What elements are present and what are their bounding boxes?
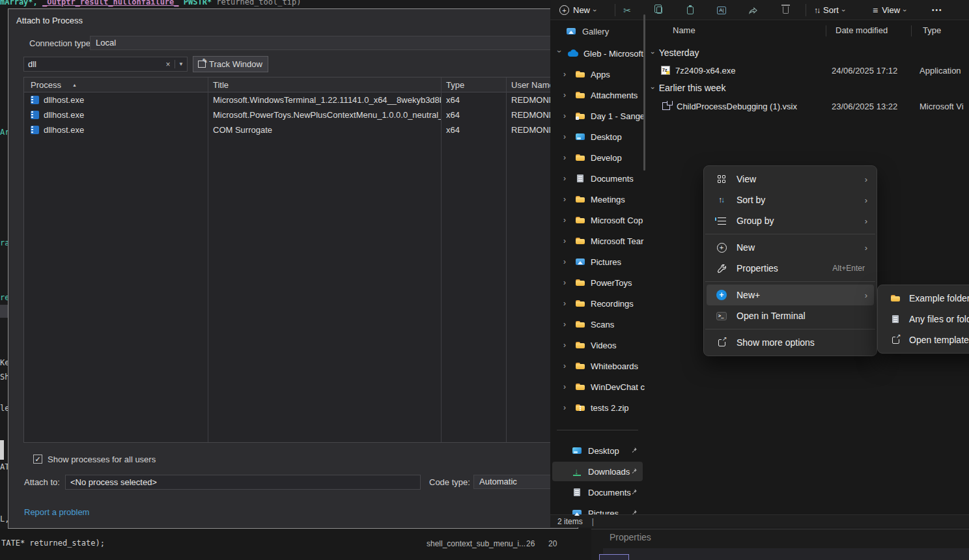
sidebar-item-apps[interactable]: ›Apps [550, 64, 645, 85]
report-a-problem-link[interactable]: Report a problem [24, 507, 89, 517]
column-header-name[interactable]: Name [673, 25, 695, 35]
chevron-right-icon[interactable]: › [563, 382, 570, 391]
sidebar-item-downloads-pinned[interactable]: Downloads [552, 462, 643, 481]
see-more-button[interactable]: ••• [928, 2, 947, 18]
attach-to-field[interactable]: <No process selected> [65, 475, 421, 490]
menu-divider [705, 234, 875, 234]
chevron-right-icon[interactable]: › [563, 174, 570, 183]
submenu-item-any-files[interactable]: Any files or folde [880, 309, 969, 329]
sidebar-item-desktop-pinned[interactable]: Desktop [552, 441, 643, 460]
view-list-icon: ≡ [873, 5, 878, 16]
column-header-date[interactable]: Date modified [836, 25, 888, 35]
sidebar-item-attachments[interactable]: ›Attachments [550, 85, 645, 105]
chevron-right-icon[interactable]: › [563, 91, 570, 100]
chevron-down-icon: › [649, 87, 657, 89]
chevron-down-icon: › [901, 9, 909, 12]
rename-button[interactable]: A| [712, 3, 731, 18]
chevron-right-icon[interactable]: › [563, 299, 570, 308]
group-header-yesterday[interactable]: › Yesterday [652, 46, 699, 60]
chevron-down-icon[interactable]: › [555, 50, 564, 57]
menu-item-view[interactable]: View › [707, 169, 874, 189]
chevron-right-icon[interactable]: › [563, 257, 570, 266]
file-row[interactable]: ChildProcessDebugging (1).vsix 23/06/202… [661, 98, 969, 114]
column-header-type[interactable]: Type [441, 80, 506, 90]
column-divider[interactable] [826, 25, 826, 36]
connection-type-select[interactable]: Local [90, 36, 569, 50]
attach-to-label: Attach to: [24, 477, 60, 487]
process-filter-input[interactable]: dll × ▼ [23, 57, 188, 72]
delete-button[interactable] [776, 3, 795, 18]
submenu-item-open-templates[interactable]: Open templates [880, 329, 969, 350]
column-divider[interactable] [911, 25, 912, 36]
new-button[interactable]: + New › [555, 2, 600, 18]
view-button[interactable]: ≡ View › [869, 2, 910, 18]
menu-item-label: View [737, 174, 865, 184]
sidebar-item-day1[interactable]: ›↗Day 1 - Sangee [550, 105, 645, 126]
chevron-right-icon[interactable]: › [563, 195, 570, 204]
sidebar-item-documents-pinned[interactable]: Documents [552, 483, 643, 502]
table-row[interactable]: dllhost.exe Microsoft.WindowsTerminal_1.… [24, 92, 603, 107]
cut-button[interactable]: ✂ [617, 3, 637, 18]
chevron-right-icon[interactable]: › [563, 153, 570, 162]
copy-button[interactable] [649, 3, 669, 18]
track-window-button[interactable]: Track Window [193, 56, 268, 72]
chevron-right-icon: › [865, 175, 867, 184]
menu-item-new[interactable]: + New › [707, 237, 874, 258]
sort-button[interactable]: ↑↓ Sort › [810, 2, 849, 18]
sidebar-item-recordings[interactable]: ›Recordings [550, 293, 645, 314]
sidebar-item-gallery[interactable]: Gallery [557, 23, 638, 40]
table-row[interactable]: dllhost.exe COM Surrogate x64 REDMOND [24, 122, 603, 137]
trash-icon [783, 7, 789, 14]
show-all-users-checkbox[interactable]: ✓ [33, 455, 42, 464]
sidebar-item-onedrive[interactable]: › Gleb - Microsoft [550, 43, 645, 64]
chevron-right-icon[interactable]: › [563, 341, 570, 350]
open-templates-icon [892, 337, 899, 344]
sidebar-item-microsoft-copilot[interactable]: ›Microsoft Cop [550, 210, 645, 231]
onedrive-cloud-icon [568, 48, 578, 59]
table-row[interactable]: dllhost.exe Microsoft.PowerToys.NewPlusC… [24, 107, 603, 122]
sidebar-item-documents[interactable]: ›Documents [550, 168, 645, 189]
sidebar-item-develop[interactable]: ›Develop [550, 147, 645, 168]
sidebar-item-scans[interactable]: ›Scans [550, 314, 645, 335]
sidebar-item-videos[interactable]: ›Videos [550, 335, 645, 356]
sidebar-scrollbar[interactable] [643, 14, 645, 171]
sidebar-item-meetings[interactable]: ›Meetings [550, 189, 645, 210]
chevron-right-icon[interactable]: › [563, 236, 570, 245]
menu-item-properties[interactable]: Properties Alt+Enter [707, 258, 874, 279]
sidebar-item-powertoys[interactable]: ›PowerToys [550, 272, 645, 293]
properties-window-button[interactable] [599, 554, 629, 560]
menu-item-label: Example folder [909, 293, 969, 303]
sidebar-item-microsoft-teams[interactable]: ›Microsoft Tear [550, 231, 645, 251]
column-header-type[interactable]: Type [923, 25, 941, 35]
chevron-right-icon[interactable]: › [563, 278, 570, 287]
chevron-right-icon[interactable]: › [563, 216, 570, 225]
chevron-right-icon[interactable]: › [563, 320, 570, 329]
chevron-right-icon[interactable]: › [563, 111, 570, 120]
file-row[interactable]: 7z2409-x64.exe 24/06/2025 17:12 Applicat… [661, 63, 969, 78]
sidebar-item-desktop[interactable]: ›Desktop [550, 126, 645, 147]
group-header-earlier[interactable]: › Earlier this week [652, 81, 725, 95]
view-grid-icon [718, 175, 725, 183]
group-by-icon [718, 217, 726, 225]
sidebar-item-whiteboards[interactable]: ›Whiteboards [550, 356, 645, 376]
share-button[interactable] [743, 3, 763, 18]
sidebar-item-windevchat[interactable]: ›WinDevChat c [550, 376, 645, 397]
menu-item-new-plus[interactable]: + New+ › [707, 285, 874, 305]
submenu-item-example-folder[interactable]: Example folder [880, 288, 969, 309]
clear-filter-icon[interactable]: × [162, 60, 175, 69]
chevron-right-icon[interactable]: › [563, 403, 570, 412]
menu-item-group-by[interactable]: Group by › [707, 210, 874, 231]
sidebar-item-tests-zip[interactable]: ›tests 2.zip [550, 397, 645, 418]
menu-item-sort-by[interactable]: ↑↓ Sort by › [707, 189, 874, 210]
menu-item-open-in-terminal[interactable]: >_ Open in Terminal [707, 305, 874, 326]
menu-item-show-more-options[interactable]: Show more options [707, 332, 874, 353]
filter-dropdown-icon[interactable]: ▼ [175, 61, 187, 67]
chevron-right-icon[interactable]: › [563, 361, 570, 371]
chevron-right-icon[interactable]: › [563, 70, 570, 79]
paste-button[interactable] [681, 3, 700, 18]
column-header-process[interactable]: Process▲ [24, 80, 208, 90]
sidebar-item-pictures[interactable]: ›Pictures [550, 251, 645, 272]
new-plus-circle-icon: + [717, 243, 727, 253]
column-header-title[interactable]: Title [208, 80, 441, 90]
chevron-right-icon[interactable]: › [563, 132, 570, 141]
